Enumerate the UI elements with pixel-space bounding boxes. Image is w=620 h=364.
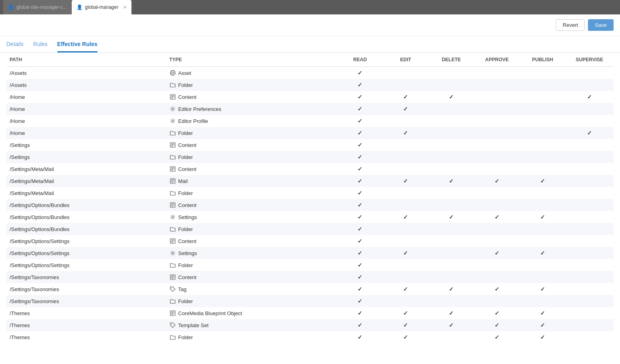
cell-publish: ✓ xyxy=(520,175,565,187)
cell-publish xyxy=(520,67,565,79)
table-row: /Settings Content ✓ xyxy=(6,139,614,151)
table-row: /Assets Asset ✓ xyxy=(6,67,614,79)
cell-publish xyxy=(520,151,565,163)
tab-details[interactable]: Details xyxy=(6,41,24,52)
type-icon xyxy=(170,118,176,124)
cell-delete xyxy=(428,103,474,115)
cell-supervise xyxy=(565,115,614,127)
cell-read: ✓ xyxy=(337,139,383,151)
cell-supervise xyxy=(565,79,614,91)
cell-publish xyxy=(520,127,565,139)
table-row: /Themes Template Set ✓ ✓ ✓ ✓ ✓ xyxy=(6,319,614,331)
type-icon xyxy=(170,70,176,76)
cell-path: /Home xyxy=(6,91,166,103)
cell-delete: ✓ xyxy=(428,319,474,331)
save-button[interactable]: Save xyxy=(588,19,614,31)
cell-type: Editor Preferences xyxy=(166,103,337,115)
cell-path: /Home xyxy=(6,115,166,127)
cell-type: Mail xyxy=(166,175,337,187)
cell-delete xyxy=(428,163,474,175)
cell-edit: ✓ xyxy=(383,103,428,115)
cell-delete xyxy=(428,259,474,271)
cell-delete xyxy=(428,127,474,139)
table-row: /Settings/Taxonomies Tag ✓ ✓ ✓ ✓ ✓ xyxy=(6,283,614,295)
type-icon xyxy=(170,202,176,208)
tab-icon-2: 👤 xyxy=(77,4,83,10)
type-icon xyxy=(170,214,176,220)
cell-approve: ✓ xyxy=(474,175,520,187)
check-mark: ✓ xyxy=(357,130,362,136)
type-label: Settings xyxy=(178,250,197,256)
cell-publish xyxy=(520,259,565,271)
svg-point-6 xyxy=(172,108,174,110)
svg-point-0 xyxy=(170,70,175,75)
check-mark: ✓ xyxy=(403,334,408,340)
cell-read: ✓ xyxy=(337,283,383,295)
cell-approve: ✓ xyxy=(474,319,520,331)
cell-publish: ✓ xyxy=(520,211,565,223)
cell-approve xyxy=(474,103,520,115)
cell-edit: ✓ xyxy=(383,175,428,187)
cell-delete xyxy=(428,67,474,79)
cell-supervise xyxy=(565,247,614,259)
nav-tabs-container: Details Rules Effective Rules xyxy=(0,36,620,53)
tab-effective-rules[interactable]: Effective Rules xyxy=(57,41,97,52)
check-mark: ✓ xyxy=(403,214,408,220)
col-header-type: TYPE xyxy=(166,53,337,67)
cell-read: ✓ xyxy=(337,91,383,103)
cell-delete xyxy=(428,199,474,211)
cell-type: Folder xyxy=(166,151,337,163)
cell-delete: ✓ xyxy=(428,211,474,223)
cell-delete: ✓ xyxy=(428,175,474,187)
close-icon[interactable]: ✕ xyxy=(123,5,127,10)
type-icon xyxy=(170,250,176,256)
cell-approve: ✓ xyxy=(474,211,520,223)
check-mark: ✓ xyxy=(587,130,592,136)
tab-label-1: global-site-manager-c... xyxy=(16,4,67,10)
tab-label-2: global-manager xyxy=(85,4,118,10)
table-row: /Settings/Meta/Mail Content ✓ xyxy=(6,163,614,175)
type-label: Mail xyxy=(178,178,188,184)
table-row: /Home Folder ✓ ✓ ✓ xyxy=(6,127,614,139)
cell-read: ✓ xyxy=(337,115,383,127)
check-mark: ✓ xyxy=(495,178,499,184)
revert-button[interactable]: Revert xyxy=(556,19,585,31)
cell-edit xyxy=(383,187,428,199)
check-mark: ✓ xyxy=(357,94,362,100)
cell-approve xyxy=(474,187,520,199)
cell-delete xyxy=(428,187,474,199)
type-label: Folder xyxy=(178,262,193,268)
svg-point-39 xyxy=(171,324,172,324)
cell-supervise xyxy=(565,199,614,211)
cell-read: ✓ xyxy=(337,151,383,163)
cell-delete xyxy=(428,151,474,163)
check-mark: ✓ xyxy=(357,142,362,148)
cell-path: /Assets xyxy=(6,67,166,79)
cell-edit xyxy=(383,79,428,91)
cell-edit xyxy=(383,259,428,271)
type-icon xyxy=(170,166,176,172)
cell-supervise xyxy=(565,259,614,271)
cell-publish xyxy=(520,295,565,307)
col-header-path: PATH xyxy=(6,53,166,67)
cell-approve xyxy=(474,199,520,211)
cell-approve xyxy=(474,115,520,127)
check-mark: ✓ xyxy=(495,334,499,340)
cell-publish xyxy=(520,271,565,283)
cell-supervise xyxy=(565,187,614,199)
cell-read: ✓ xyxy=(337,247,383,259)
cell-read: ✓ xyxy=(337,163,383,175)
cell-type: Folder xyxy=(166,259,337,271)
cell-type: Folder xyxy=(166,295,337,307)
tab-active[interactable]: 👤 global-manager ✕ xyxy=(72,0,131,14)
cell-edit: ✓ xyxy=(383,127,428,139)
tab-rules[interactable]: Rules xyxy=(33,41,48,52)
type-icon xyxy=(170,262,176,268)
check-mark: ✓ xyxy=(403,250,408,256)
type-label: Content xyxy=(178,202,197,208)
cell-type: Editor Profile xyxy=(166,115,337,127)
tab-inactive[interactable]: 👤 global-site-manager-c... xyxy=(3,0,72,14)
type-label: Content xyxy=(178,142,197,148)
cell-approve xyxy=(474,163,520,175)
cell-approve xyxy=(474,295,520,307)
